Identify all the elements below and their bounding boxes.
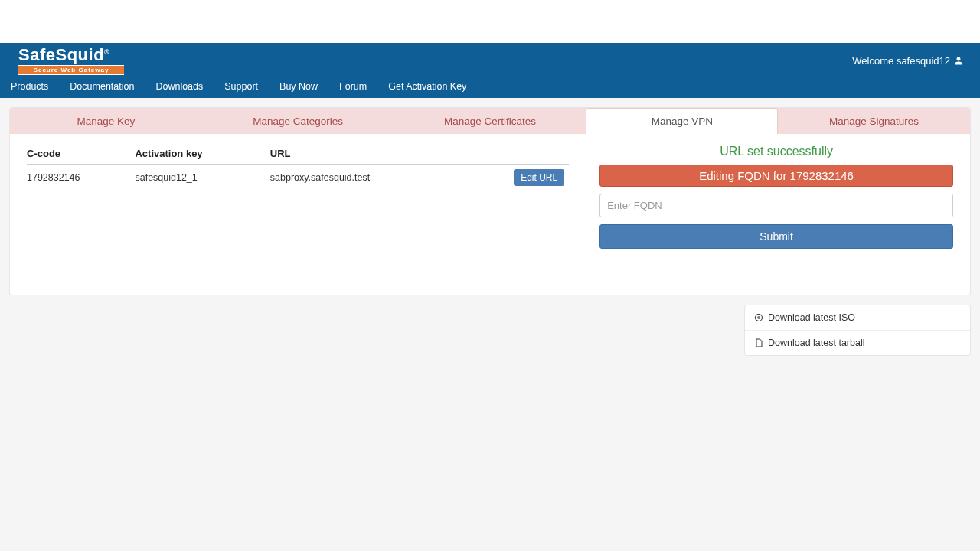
- disc-icon: [754, 313, 763, 322]
- success-message: URL set successfully: [720, 145, 833, 158]
- svg-point-1: [758, 317, 760, 319]
- tab-manage-certificates[interactable]: Manage Certificates: [394, 108, 586, 134]
- tab-manage-vpn[interactable]: Manage VPN: [586, 108, 778, 134]
- nav-get-activation-key[interactable]: Get Activation Key: [388, 81, 466, 92]
- download-tarball-link[interactable]: Download latest tarball: [745, 330, 970, 355]
- brand-logo[interactable]: SafeSquid® Secure Web Gateway: [9, 47, 124, 75]
- nav-support[interactable]: Support: [224, 81, 258, 92]
- main-panel: Manage Key Manage Categories Manage Cert…: [9, 107, 971, 295]
- nav-documentation[interactable]: Documentation: [70, 81, 134, 92]
- vpn-table: C-code Activation key URL 1792832146 saf…: [27, 145, 569, 191]
- cell-url: sabproxy.safesquid.test: [270, 165, 466, 191]
- editing-banner: Editing FQDN for 1792832146: [599, 165, 953, 187]
- logo-subtitle: Secure Web Gateway: [18, 65, 124, 75]
- tab-manage-key[interactable]: Manage Key: [10, 108, 202, 134]
- edit-url-button[interactable]: Edit URL: [514, 169, 564, 186]
- tab-manage-categories[interactable]: Manage Categories: [202, 108, 394, 134]
- user-icon: [954, 56, 963, 66]
- file-icon: [754, 338, 763, 347]
- primary-nav: Products Documentation Downloads Support…: [9, 77, 971, 98]
- col-activation-key: Activation key: [135, 145, 270, 165]
- logo-word: SafeSquid: [18, 45, 104, 64]
- col-url: URL: [270, 145, 466, 165]
- tab-bar: Manage Key Manage Categories Manage Cert…: [10, 108, 970, 134]
- table-row: 1792832146 safesquid12_1 sabproxy.safesq…: [27, 165, 569, 191]
- top-blank-region: [0, 0, 980, 43]
- nav-forum[interactable]: Forum: [339, 81, 367, 92]
- svg-point-0: [756, 315, 763, 321]
- cell-activation-key: safesquid12_1: [135, 165, 270, 191]
- nav-buy-now[interactable]: Buy Now: [279, 81, 318, 92]
- header-bar: SafeSquid® Secure Web Gateway Welcome sa…: [0, 43, 980, 98]
- col-ccode: C-code: [27, 145, 135, 165]
- fqdn-input[interactable]: [599, 194, 953, 217]
- download-tarball-label: Download latest tarball: [768, 337, 864, 348]
- downloads-panel: Download latest ISO Download latest tarb…: [744, 305, 971, 356]
- cell-ccode: 1792832146: [27, 165, 135, 191]
- download-iso-label: Download latest ISO: [768, 312, 855, 323]
- download-iso-link[interactable]: Download latest ISO: [745, 305, 970, 330]
- tab-manage-signatures[interactable]: Manage Signatures: [778, 108, 970, 134]
- logo-main-text: SafeSquid®: [18, 47, 124, 64]
- welcome-user[interactable]: Welcome safesquid12: [852, 55, 971, 67]
- welcome-text: Welcome safesquid12: [852, 55, 950, 67]
- logo-reg-icon: ®: [104, 48, 109, 56]
- nav-downloads[interactable]: Downloads: [155, 81, 203, 92]
- submit-button[interactable]: Submit: [599, 224, 953, 249]
- nav-products[interactable]: Products: [11, 81, 48, 92]
